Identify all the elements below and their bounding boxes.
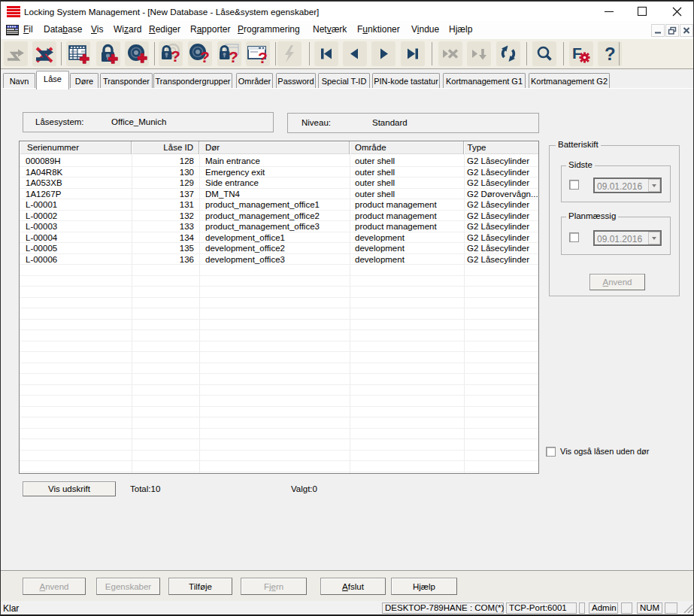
svg-text:F: F — [572, 44, 582, 62]
svg-text:?: ? — [229, 48, 238, 65]
svg-text:?: ? — [200, 48, 210, 65]
svg-text:?: ? — [258, 49, 268, 66]
svg-text:?: ? — [171, 47, 180, 65]
svg-text:?: ? — [605, 44, 616, 64]
